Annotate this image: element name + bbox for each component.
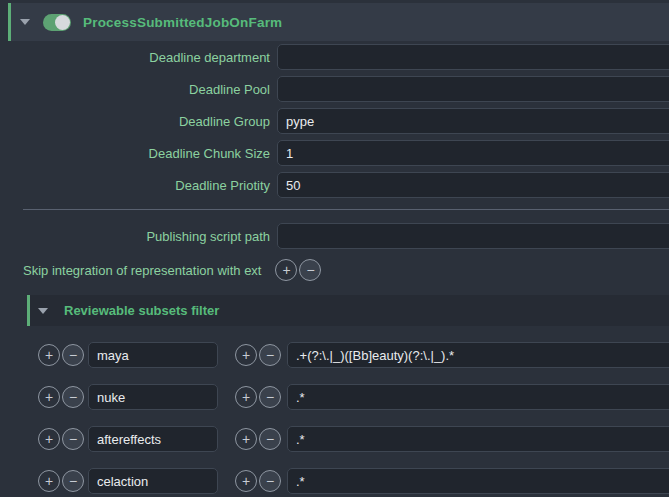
remove-value-button[interactable]: − [259,344,281,366]
filter-value-input[interactable] [287,468,669,494]
remove-key-button[interactable]: − [62,344,84,366]
field-label: Deadline Group [0,114,277,129]
deadline-pool-input[interactable] [277,76,669,102]
skip-integration-row: Skip integration of representation with … [23,257,669,283]
deadline-priority-input[interactable] [277,172,669,198]
collapse-arrow-icon[interactable] [20,19,30,25]
section-enabled-toggle[interactable] [43,14,71,31]
form-row-deadline-chunk-size: Deadline Chunk Size [0,140,669,166]
publishing-script-path-input[interactable] [277,223,669,249]
form-row-deadline-group: Deadline Group [0,108,669,134]
deadline-group-input[interactable] [277,108,669,134]
remove-key-button[interactable]: − [62,428,84,450]
divider [23,209,669,210]
form-row-deadline-priority: Deadline Priotity [0,172,669,198]
add-key-button[interactable]: + [38,428,60,450]
remove-key-button[interactable]: − [62,386,84,408]
subsection-title: Reviewable subsets filter [64,303,219,318]
add-value-button[interactable]: + [235,428,257,450]
add-key-button[interactable]: + [38,386,60,408]
field-label: Deadline department [0,50,277,65]
remove-key-button[interactable]: − [62,470,84,492]
filter-row-nuke: + − + − [38,384,669,410]
form-row-deadline-pool: Deadline Pool [0,76,669,102]
filter-value-input[interactable] [287,426,669,452]
subsection-header: Reviewable subsets filter [27,295,669,326]
form-row-publishing-script: Publishing script path [0,223,669,249]
filter-row-celaction: + − + − [38,468,669,494]
field-label: Publishing script path [0,229,277,244]
field-label: Deadline Chunk Size [0,146,277,161]
remove-value-button[interactable]: − [259,470,281,492]
filter-key-input[interactable] [88,426,218,452]
form-row-deadline-department: Deadline department [0,44,669,70]
filter-key-input[interactable] [88,384,218,410]
collapse-arrow-icon[interactable] [38,308,48,314]
section-title: ProcessSubmittedJobOnFarm [83,15,282,30]
filter-value-input[interactable] [287,342,669,368]
remove-item-button[interactable]: − [299,259,321,281]
filter-value-input[interactable] [287,384,669,410]
add-value-button[interactable]: + [235,386,257,408]
add-key-button[interactable]: + [38,344,60,366]
remove-value-button[interactable]: − [259,386,281,408]
field-label: Deadline Pool [0,82,277,97]
add-key-button[interactable]: + [38,470,60,492]
filter-row-maya: + − + − [38,342,669,368]
deadline-fields: Deadline department Deadline Pool Deadli… [0,44,669,198]
skip-integration-label: Skip integration of representation with … [23,263,261,278]
filter-key-input[interactable] [88,468,218,494]
add-item-button[interactable]: + [275,259,297,281]
filter-row-aftereffects: + − + − [38,426,669,452]
field-label: Deadline Priotity [0,178,277,193]
remove-value-button[interactable]: − [259,428,281,450]
filter-key-input[interactable] [88,342,218,368]
deadline-chunk-size-input[interactable] [277,140,669,166]
toggle-knob [55,15,70,30]
deadline-department-input[interactable] [277,44,669,70]
add-value-button[interactable]: + [235,470,257,492]
section-header: ProcessSubmittedJobOnFarm [8,3,669,41]
add-value-button[interactable]: + [235,344,257,366]
